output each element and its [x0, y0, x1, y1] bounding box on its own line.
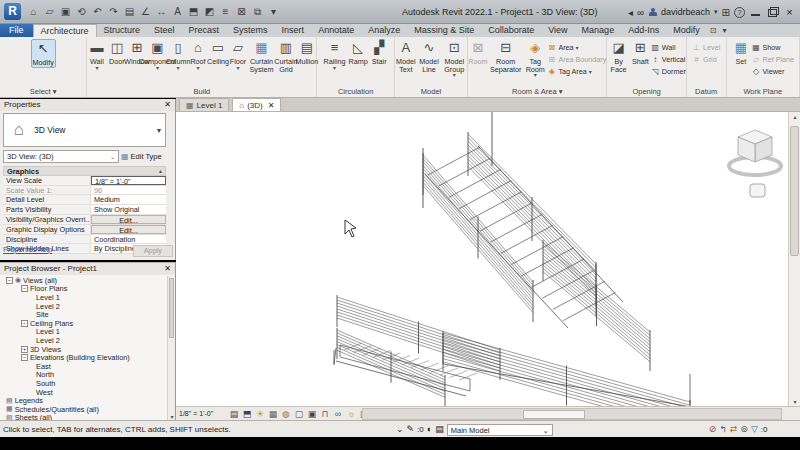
properties-close-icon[interactable]: ✕: [164, 99, 171, 111]
panel-label-datum[interactable]: Datum: [687, 86, 726, 97]
panel-label-build[interactable]: Build: [87, 86, 316, 97]
type-selector-arrow-icon[interactable]: ▼: [153, 127, 165, 134]
home-icon[interactable]: ⌂: [26, 4, 41, 20]
customize-qat-icon[interactable]: ▾: [266, 4, 281, 20]
tree-item-level-2[interactable]: Level 2: [0, 336, 168, 345]
collapse-icon[interactable]: −: [6, 277, 13, 284]
tree-item-elevations-building-elevation-[interactable]: −Elevations (Building Elevation): [0, 353, 168, 362]
canvas-horizontal-scrollbar[interactable]: [362, 408, 782, 420]
ribbon-tab-view[interactable]: View: [541, 24, 574, 37]
drawing-area[interactable]: [176, 112, 788, 406]
view-tab-level-1[interactable]: ▦Level 1: [179, 98, 229, 111]
ribbon-tab-steel[interactable]: Steel: [147, 24, 182, 37]
tab-file[interactable]: File: [0, 24, 33, 37]
save-icon[interactable]: ▣: [58, 4, 73, 20]
close-button[interactable]: ×: [783, 6, 796, 19]
reveal-hidden-elements-icon[interactable]: ☼: [345, 408, 357, 420]
open-icon[interactable]: ▱: [42, 4, 57, 20]
ribbon-tab-structure[interactable]: Structure: [97, 24, 148, 37]
stair-button[interactable]: ▞Stair: [370, 39, 389, 66]
shadows-icon[interactable]: ▦: [267, 408, 279, 420]
dropdown-arrow-icon[interactable]: ▾: [576, 44, 579, 51]
dropdown-arrow-icon[interactable]: ▾: [589, 68, 592, 75]
curtain-system-button[interactable]: ▦Curtain System: [249, 39, 275, 73]
minimize-button[interactable]: [749, 6, 762, 19]
temporary-hide-isolate-icon[interactable]: ∞: [332, 408, 344, 420]
ribbon-tab-insert[interactable]: Insert: [275, 24, 312, 37]
apply-button[interactable]: Apply: [133, 245, 173, 257]
viewer-button[interactable]: ◇Viewer: [751, 66, 794, 77]
redo-icon[interactable]: ↷: [106, 4, 121, 20]
roof-button[interactable]: ⌂Roof▾: [189, 39, 208, 70]
app-store-icon[interactable]: ⊞: [722, 7, 730, 18]
tree-item-legends[interactable]: ▤Legends: [0, 396, 168, 405]
dropdown-arrow-icon[interactable]: ▾: [237, 66, 240, 70]
by-face-button[interactable]: ◪By Face: [607, 39, 629, 73]
steering-wheel-icon[interactable]: [750, 184, 765, 197]
rendering-dialog-icon[interactable]: ◍: [280, 408, 292, 420]
status-dropdown-icon[interactable]: ⌄: [396, 421, 404, 438]
restore-button[interactable]: [766, 6, 779, 19]
tree-item-ceiling-plans[interactable]: −Ceiling Plans: [0, 319, 168, 328]
property-value[interactable]: 1/8" = 1'-0": [91, 176, 166, 185]
undo-icon[interactable]: ↶: [90, 4, 105, 20]
railing-button[interactable]: ≡Railing▾: [323, 39, 347, 70]
wall-button[interactable]: ▬Wall▾: [87, 39, 106, 70]
properties-help-link[interactable]: Properties help: [3, 245, 52, 257]
dropdown-arrow-icon[interactable]: ▾: [156, 66, 159, 70]
tree-item-level-1[interactable]: Level 1: [0, 328, 168, 337]
dropdown-arrow-icon[interactable]: ▾: [453, 73, 456, 77]
view-scale-control[interactable]: 1/8" = 1'-0": [179, 407, 213, 421]
ribbon-tab-precast[interactable]: Precast: [182, 24, 227, 37]
switch-windows-icon[interactable]: ⧉: [250, 4, 265, 20]
property-value[interactable]: Show Original: [91, 205, 166, 214]
dropdown-arrow-icon[interactable]: ▾: [95, 66, 98, 70]
vertical-button[interactable]: ↕Vertical: [651, 54, 686, 65]
crop-view-icon[interactable]: ▢: [293, 408, 305, 420]
tree-item-north[interactable]: North: [0, 371, 168, 380]
ribbon-tab-massing-site[interactable]: Massing & Site: [407, 24, 481, 37]
set-button[interactable]: ▦Set: [731, 39, 750, 66]
tree-item-site[interactable]: Site: [0, 310, 168, 319]
tree-item-schedules-quantities-all-[interactable]: ▦Schedules/Quantities (all): [0, 405, 168, 414]
design-options-selector[interactable]: Main Model⌄: [447, 424, 553, 436]
tag-room-button[interactable]: ◈Tag Room▾: [524, 39, 546, 77]
collapse-icon[interactable]: −: [21, 285, 28, 292]
show-crop-region-icon[interactable]: ▣: [306, 408, 318, 420]
collapse-icon[interactable]: −: [21, 354, 28, 361]
panel-label-opening[interactable]: Opening: [607, 86, 685, 97]
modify-button[interactable]: ↖Modify: [31, 39, 56, 68]
ribbon-tab-analyze[interactable]: Analyze: [361, 24, 407, 37]
tree-item-views-all-[interactable]: −◉Views (all): [0, 276, 168, 285]
active-workset-icon[interactable]: ▤: [435, 421, 444, 438]
panel-label-room-area[interactable]: Room & Area ▾: [468, 86, 606, 97]
measure-icon[interactable]: ∠: [138, 4, 153, 20]
project-browser-close-icon[interactable]: ✕: [164, 263, 171, 275]
ribbon-tab-systems[interactable]: Systems: [226, 24, 275, 37]
print-icon[interactable]: ▤: [122, 4, 137, 20]
instance-selector[interactable]: 3D View: (3D) ⌄: [3, 150, 119, 163]
vertical-scroll-thumb[interactable]: [790, 126, 799, 256]
tree-item-east[interactable]: East: [0, 362, 168, 371]
room-separator-button[interactable]: ⊟Room Separator: [488, 39, 523, 73]
section-collapse-icon[interactable]: ▴: [159, 167, 165, 175]
column-button[interactable]: ▯Column▾: [169, 39, 188, 70]
scroll-up-icon[interactable]: ▴: [789, 113, 800, 120]
tree-item-west[interactable]: West: [0, 388, 168, 397]
background-processes-icon[interactable]: ⊚: [740, 421, 748, 438]
show-button[interactable]: ▦Show: [751, 42, 794, 53]
tag-area-button[interactable]: ◈Tag Area▾: [547, 66, 606, 77]
property-value[interactable]: Medium: [91, 195, 166, 204]
ribbon-tab-annotate[interactable]: Annotate: [311, 24, 361, 37]
worksharing-display-icon[interactable]: ◐: [427, 421, 432, 438]
aligned-dimension-icon[interactable]: ↔: [154, 4, 169, 20]
unlocked-3d-view-icon[interactable]: ⊓: [319, 408, 331, 420]
revit-logo-menu[interactable]: R: [4, 3, 21, 20]
horizontal-scroll-thumb[interactable]: [523, 410, 585, 419]
signed-in-user[interactable]: davidrbeach: [661, 7, 710, 17]
dormer-button[interactable]: ◹Dormer: [651, 66, 686, 77]
dropdown-arrow-icon[interactable]: ▾: [534, 73, 537, 77]
floor-button[interactable]: ▱Floor▾: [229, 39, 248, 70]
sun-path-icon[interactable]: ☀: [254, 408, 266, 420]
panel-label-model[interactable]: Model: [395, 86, 467, 97]
